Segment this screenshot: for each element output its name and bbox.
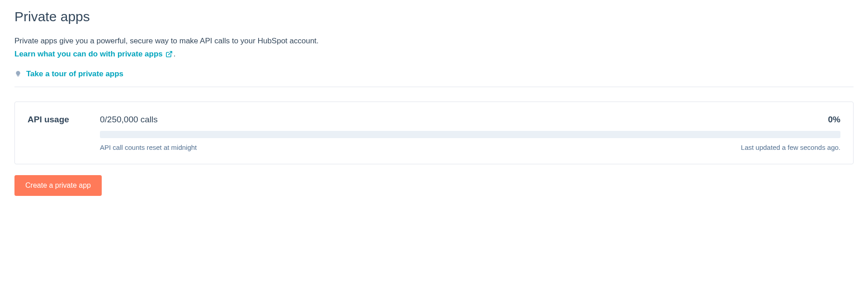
learn-more-period: . xyxy=(174,50,176,58)
divider xyxy=(14,87,854,87)
external-link-icon xyxy=(165,51,173,58)
api-usage-percent: 0% xyxy=(828,115,840,125)
api-usage-title: API usage xyxy=(28,115,82,125)
page-title: Private apps xyxy=(14,9,854,24)
lightbulb-icon xyxy=(14,70,22,78)
tour-link[interactable]: Take a tour of private apps xyxy=(26,70,123,79)
api-usage-progress-bar xyxy=(100,131,840,138)
description-block: Private apps give you a powerful, secure… xyxy=(14,35,854,59)
create-private-app-button[interactable]: Create a private app xyxy=(14,175,102,196)
learn-more-link-text: Learn what you can do with private apps xyxy=(14,50,163,59)
svg-line-0 xyxy=(168,51,171,55)
description-text: Private apps give you a powerful, secure… xyxy=(14,35,854,47)
api-usage-reset-note: API call counts reset at midnight xyxy=(100,144,197,151)
tour-link-row: Take a tour of private apps xyxy=(14,70,854,79)
api-usage-calls: 0/250,000 calls xyxy=(100,115,158,125)
api-usage-card: API usage 0/250,000 calls 0% API call co… xyxy=(14,102,854,164)
learn-more-link[interactable]: Learn what you can do with private apps xyxy=(14,50,173,59)
api-usage-last-updated: Last updated a few seconds ago. xyxy=(741,144,840,151)
